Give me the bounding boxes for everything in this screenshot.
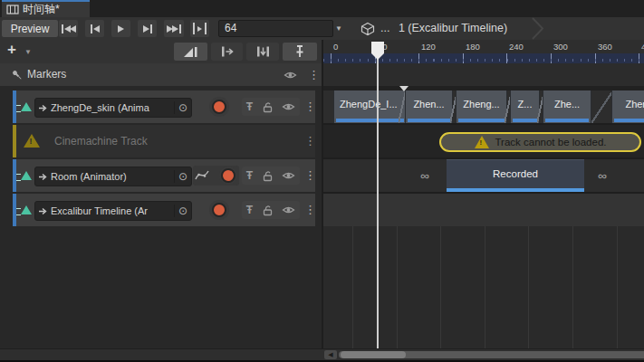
menu-dots-icon[interactable]: ⋮ — [304, 90, 316, 123]
lock-icon[interactable] — [262, 205, 274, 216]
tab-bar: 时间轴* — [0, 0, 644, 18]
timeline-content: 0 60 120 180 240 300 360 420 ZhengDe_I..… — [323, 40, 644, 348]
play-range-button[interactable] — [190, 20, 209, 37]
show-markers-toggle[interactable] — [283, 43, 317, 61]
track-header-room[interactable]: Room (Animator) ⊙ Ŧ — [13, 159, 315, 192]
ruler-label: 120 — [421, 42, 436, 52]
curves-record-group — [193, 166, 239, 186]
track-binding-field[interactable]: Excalibur Timeline (Ar ⊙ — [34, 201, 192, 221]
track-options-strip: Ŧ — [242, 167, 300, 185]
ripple-mode-button[interactable] — [211, 43, 243, 61]
lock-icon[interactable] — [262, 101, 274, 113]
object-picker-icon[interactable]: ⊙ — [174, 101, 191, 114]
track-lane-zhengde-skin[interactable]: ZhengDe_I... Zhen... Zheng... Z... Zhe..… — [323, 90, 644, 123]
replace-mode-button[interactable] — [246, 43, 279, 61]
track-binding-field[interactable]: ZhengDe_skin (Anima ⊙ — [34, 98, 192, 118]
eye-icon[interactable] — [282, 170, 295, 181]
goto-end-button[interactable] — [164, 20, 184, 37]
cube-icon — [360, 22, 375, 36]
animation-clip[interactable]: Zhen... — [405, 90, 453, 123]
track-lane-cinemachine[interactable]: ! Track cannot be loaded. — [323, 125, 644, 157]
track-lane-excalibur[interactable] — [323, 194, 644, 226]
animator-icon — [35, 206, 48, 216]
tab-timeline[interactable]: 时间轴* — [2, 0, 90, 17]
animation-clip[interactable]: Zher... — [611, 90, 644, 123]
track-options-strip: Ŧ — [242, 98, 300, 116]
goto-start-button[interactable] — [59, 20, 78, 37]
eye-icon[interactable] — [282, 101, 295, 112]
ruler-label: 180 — [466, 42, 480, 52]
frame-field[interactable]: 64 — [218, 20, 333, 37]
breadcrumb-name: 1 (Excalibur Timeline) — [399, 22, 507, 34]
menu-dots-icon[interactable]: ⋮ — [304, 194, 316, 226]
record-button[interactable] — [209, 97, 229, 117]
horizontal-scrollbar-row: ◀ — [0, 348, 644, 360]
clip-label: ZhengDe_I... — [340, 99, 398, 110]
next-frame-button[interactable] — [138, 20, 157, 37]
timeline-empty-area[interactable] — [323, 226, 644, 348]
track-warning-badge: ! Track cannot be loaded. — [439, 132, 641, 152]
warning-text: Track cannot be loaded. — [495, 137, 607, 148]
track-header-excalibur[interactable]: Excalibur Timeline (Ar ⊙ Ŧ ⋮ — [13, 194, 315, 226]
markers-lane[interactable] — [323, 63, 644, 86]
playhead-marker[interactable] — [371, 42, 384, 53]
lock-icon[interactable] — [262, 170, 274, 182]
replace-mode-icon — [255, 44, 272, 59]
mix-mode-icon — [182, 44, 199, 59]
ruler-label: 300 — [553, 42, 568, 52]
animation-clip[interactable]: Zheng... — [456, 90, 507, 123]
track-binding-field[interactable]: Room (Animator) ⊙ — [34, 167, 192, 186]
mix-mode-button[interactable] — [174, 43, 207, 61]
eye-icon[interactable] — [282, 205, 295, 215]
track-color-swatch — [13, 125, 16, 157]
record-button[interactable] — [209, 200, 229, 220]
ruler-label: 0 — [333, 42, 338, 52]
menu-dots-icon[interactable]: ⋮ — [304, 125, 316, 157]
infinite-clip-icon: ∞ — [598, 159, 607, 192]
menu-dots-icon[interactable]: ⋮ — [308, 63, 320, 86]
eye-icon[interactable] — [284, 70, 297, 81]
menu-dots-icon[interactable]: ⋮ — [304, 159, 316, 192]
pin-icon[interactable]: Ŧ — [246, 170, 253, 181]
animation-clip[interactable]: ZhengDe_I... — [333, 90, 407, 123]
frame-unit-dropdown[interactable]: ▼ — [330, 20, 348, 37]
recorded-clip[interactable]: Recorded — [447, 159, 584, 193]
plus-icon: + — [7, 41, 16, 58]
clip-label: Zher... — [625, 99, 644, 110]
scrollbar-thumb[interactable] — [341, 351, 406, 358]
preview-label: Preview — [11, 23, 50, 35]
record-button[interactable] — [219, 167, 237, 185]
play-button[interactable] — [111, 20, 130, 37]
ruler-label: 360 — [598, 42, 612, 52]
pin-icon[interactable]: Ŧ — [246, 205, 253, 215]
curves-icon[interactable] — [195, 169, 209, 182]
timeline-asset-breadcrumb[interactable]: ... 1 (Excalibur Timeline) — [380, 17, 507, 40]
unity-timeline-window: 时间轴* Preview 64 ▼ — [0, 0, 644, 362]
object-picker-icon[interactable]: ⊙ — [174, 205, 191, 217]
track-header-zhengde-skin[interactable]: ZhengDe_skin (Anima ⊙ Ŧ ⋮ — [13, 90, 315, 123]
markers-row[interactable]: Markers ⋮ — [0, 63, 322, 86]
frame-value: 64 — [225, 22, 236, 34]
track-toolbar: + ▼ — [0, 40, 322, 64]
scroll-left-icon: ◀ — [328, 351, 332, 358]
clip-label: Zhe... — [554, 99, 580, 110]
scroll-left-button[interactable]: ◀ — [324, 350, 337, 359]
markers-label: Markers — [27, 63, 66, 86]
preview-button[interactable]: Preview — [2, 20, 58, 37]
warning-icon: ! — [24, 134, 40, 148]
ruler-label: 240 — [509, 42, 524, 52]
animation-clip[interactable]: Z... — [510, 90, 540, 123]
record-icon — [221, 168, 235, 183]
object-picker-icon[interactable]: ⊙ — [174, 170, 191, 183]
animation-track-icon — [21, 102, 32, 111]
add-track-caret[interactable]: ▼ — [24, 48, 32, 56]
animation-clip[interactable]: Zhe... — [543, 90, 591, 123]
clip-label: Zhen... — [413, 99, 444, 110]
chevron-down-icon: ▼ — [335, 24, 342, 33]
previous-frame-button[interactable] — [85, 20, 104, 37]
track-header-cinemachine[interactable]: ! Cinemachine Track ⋮ — [13, 125, 315, 157]
pin-icon[interactable]: Ŧ — [246, 101, 253, 112]
add-track-button[interactable]: + — [7, 41, 16, 59]
track-lane-room[interactable]: ∞ Recorded ∞ — [323, 159, 644, 192]
playhead-line[interactable] — [377, 58, 379, 348]
